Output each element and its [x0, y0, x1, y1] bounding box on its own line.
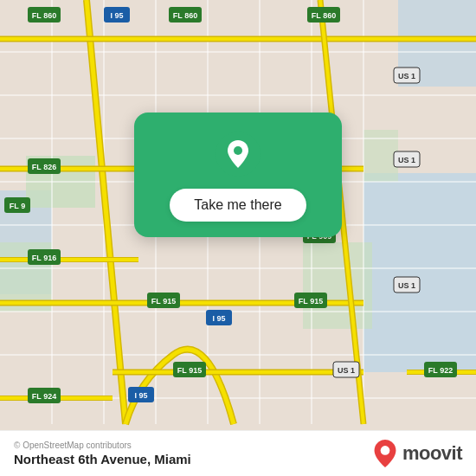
- svg-text:I 95: I 95: [110, 11, 123, 20]
- svg-point-84: [381, 446, 390, 455]
- svg-text:FL 860: FL 860: [173, 11, 197, 20]
- svg-text:FL 915: FL 915: [299, 297, 323, 306]
- bottom-left: © OpenStreetMap contributors Northeast 6…: [14, 441, 191, 466]
- svg-text:FL 826: FL 826: [32, 163, 56, 171]
- svg-text:US 1: US 1: [398, 156, 415, 164]
- svg-text:US 1: US 1: [338, 366, 355, 375]
- svg-text:FL 9: FL 9: [10, 202, 25, 210]
- popup-card: Take me there: [134, 113, 342, 237]
- svg-text:US 1: US 1: [398, 72, 415, 80]
- svg-rect-6: [303, 242, 372, 329]
- svg-text:US 1: US 1: [398, 281, 415, 290]
- svg-text:FL 924: FL 924: [32, 392, 56, 401]
- svg-rect-1: [363, 173, 476, 372]
- map-container: I 95 I 95 I 95 FL 860 FL 860 FL 860 FL 8…: [0, 0, 476, 476]
- location-pin-icon: [215, 132, 261, 177]
- take-me-there-button[interactable]: Take me there: [170, 189, 306, 222]
- bottom-bar: © OpenStreetMap contributors Northeast 6…: [0, 430, 476, 476]
- moovit-brand-name: moovit: [402, 442, 462, 465]
- map-attribution: © OpenStreetMap contributors: [14, 441, 191, 450]
- moovit-pin-icon: [373, 440, 397, 467]
- svg-text:I 95: I 95: [212, 314, 225, 323]
- svg-text:FL 860: FL 860: [312, 11, 336, 20]
- map-background: I 95 I 95 I 95 FL 860 FL 860 FL 860 FL 8…: [0, 0, 476, 476]
- svg-text:FL 916: FL 916: [32, 254, 56, 262]
- svg-text:I 95: I 95: [134, 391, 147, 400]
- moovit-logo: moovit: [373, 440, 462, 467]
- svg-text:FL 922: FL 922: [428, 366, 453, 375]
- svg-text:FL 915: FL 915: [151, 297, 176, 306]
- svg-point-83: [234, 146, 242, 155]
- svg-text:FL 915: FL 915: [177, 366, 202, 375]
- svg-text:FL 860: FL 860: [32, 11, 56, 20]
- location-name: Northeast 6th Avenue, Miami: [14, 452, 191, 466]
